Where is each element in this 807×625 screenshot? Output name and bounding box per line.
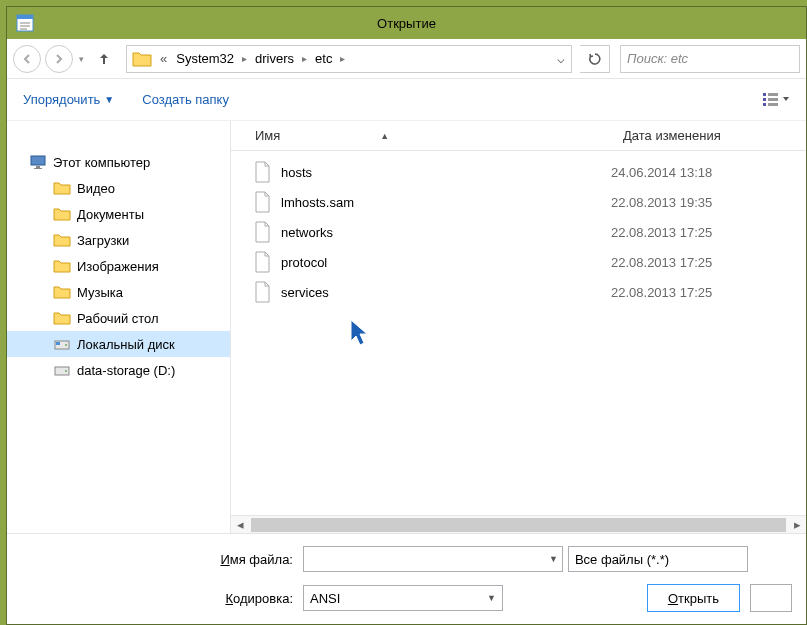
column-headers: Имя ▲ Дата изменения: [231, 121, 806, 151]
toolbar: Упорядочить ▼ Создать папку: [7, 79, 806, 121]
folder-icon: [53, 179, 71, 197]
search-placeholder: Поиск: etc: [627, 51, 688, 66]
computer-icon: [29, 153, 47, 171]
folder-icon: [53, 231, 71, 249]
file-icon: [253, 161, 271, 183]
cancel-button[interactable]: [750, 584, 792, 612]
file-item[interactable]: services 22.08.2013 17:25: [231, 277, 806, 307]
tree-desktop[interactable]: Рабочий стол: [7, 305, 230, 331]
svg-point-16: [65, 344, 67, 346]
breadcrumb: « System32 ▸ drivers ▸ etc ▸: [157, 47, 551, 70]
encoding-select[interactable]: ANSI ▼: [303, 585, 503, 611]
body: Этот компьютер Видео Документы Загрузки …: [7, 121, 806, 533]
window-title: Открытие: [377, 16, 436, 31]
file-list-pane: Имя ▲ Дата изменения hosts 24.06.2014 13…: [231, 121, 806, 533]
file-item[interactable]: lmhosts.sam 22.08.2013 19:35: [231, 187, 806, 217]
scroll-thumb[interactable]: [251, 518, 786, 532]
file-icon: [253, 281, 271, 303]
navigation-bar: ▾ « System32 ▸ drivers ▸ etc ▸ ⌵ Поиск: …: [7, 39, 806, 79]
chevron-down-icon: ▼: [104, 94, 114, 105]
chevron-right-icon[interactable]: ▸: [300, 53, 309, 64]
folder-icon: [53, 205, 71, 223]
details-view-icon: [762, 91, 790, 109]
file-icon: [253, 221, 271, 243]
address-bar[interactable]: « System32 ▸ drivers ▸ etc ▸ ⌵: [126, 45, 572, 73]
horizontal-scrollbar[interactable]: ◂ ▸: [231, 515, 806, 533]
up-button[interactable]: [90, 45, 118, 73]
svg-rect-11: [31, 156, 45, 165]
column-header-date[interactable]: Дата изменения: [611, 128, 806, 143]
folder-icon: [53, 309, 71, 327]
tree-downloads[interactable]: Загрузки: [7, 227, 230, 253]
forward-button[interactable]: [45, 45, 73, 73]
refresh-icon: [588, 52, 602, 66]
column-header-name[interactable]: Имя ▲: [231, 128, 611, 143]
svg-rect-1: [17, 15, 33, 19]
tree-this-pc[interactable]: Этот компьютер: [7, 149, 230, 175]
chevron-right-icon[interactable]: ▸: [338, 53, 347, 64]
breadcrumb-item[interactable]: etc: [309, 47, 338, 70]
new-folder-button[interactable]: Создать папку: [142, 92, 229, 107]
file-item[interactable]: hosts 24.06.2014 13:18: [231, 157, 806, 187]
file-item[interactable]: networks 22.08.2013 17:25: [231, 217, 806, 247]
arrow-up-icon: [96, 51, 112, 67]
search-input[interactable]: Поиск: etc: [620, 45, 800, 73]
arrow-right-icon: [53, 53, 65, 65]
scroll-left-icon[interactable]: ◂: [231, 517, 249, 532]
svg-rect-12: [36, 166, 40, 168]
tree-local-disk[interactable]: Локальный диск: [7, 331, 230, 357]
drive-icon: [53, 335, 71, 353]
sort-ascending-icon: ▲: [380, 131, 389, 141]
address-dropdown[interactable]: ⌵: [551, 51, 571, 66]
folder-icon: [131, 48, 153, 70]
svg-rect-15: [56, 342, 60, 345]
file-type-filter[interactable]: Все файлы (*.*): [568, 546, 748, 572]
svg-rect-9: [763, 103, 766, 106]
drive-icon: [53, 361, 71, 379]
file-item[interactable]: protocol 22.08.2013 17:25: [231, 247, 806, 277]
svg-rect-5: [763, 93, 766, 96]
tree-videos[interactable]: Видео: [7, 175, 230, 201]
tree-data-storage[interactable]: data-storage (D:): [7, 357, 230, 383]
tree-documents[interactable]: Документы: [7, 201, 230, 227]
chevron-down-icon: ▼: [487, 593, 496, 603]
open-button[interactable]: Открыть: [647, 584, 740, 612]
chevron-right-icon[interactable]: ▸: [240, 53, 249, 64]
breadcrumb-overflow[interactable]: «: [157, 51, 170, 66]
file-icon: [253, 191, 271, 213]
navigation-pane: Этот компьютер Видео Документы Загрузки …: [7, 121, 231, 533]
svg-rect-13: [34, 168, 42, 169]
filename-input[interactable]: [303, 546, 563, 572]
scroll-right-icon[interactable]: ▸: [788, 517, 806, 532]
encoding-label: Кодировка:: [21, 591, 293, 606]
svg-rect-6: [768, 93, 778, 96]
arrow-left-icon: [21, 53, 33, 65]
open-dialog-window: Открытие ▾ « System32 ▸ drivers ▸ etc ▸: [6, 6, 807, 625]
folder-icon: [53, 283, 71, 301]
svg-rect-10: [768, 103, 778, 106]
svg-rect-8: [768, 98, 778, 101]
nav-history-dropdown[interactable]: ▾: [77, 54, 86, 64]
breadcrumb-item[interactable]: drivers: [249, 47, 300, 70]
back-button[interactable]: [13, 45, 41, 73]
organize-button[interactable]: Упорядочить ▼: [23, 92, 114, 107]
notepad-icon: [15, 13, 35, 33]
bottom-panel: Имя файла: ▼ Все файлы (*.*) Кодировка: …: [7, 533, 806, 624]
view-options-button[interactable]: [762, 91, 790, 109]
filename-label: Имя файла:: [21, 552, 293, 567]
file-list: hosts 24.06.2014 13:18 lmhosts.sam 22.08…: [231, 151, 806, 515]
breadcrumb-item[interactable]: System32: [170, 47, 240, 70]
titlebar[interactable]: Открытие: [7, 7, 806, 39]
svg-rect-7: [763, 98, 766, 101]
folder-icon: [53, 257, 71, 275]
tree-music[interactable]: Музыка: [7, 279, 230, 305]
refresh-button[interactable]: [580, 45, 610, 73]
tree-pictures[interactable]: Изображения: [7, 253, 230, 279]
file-icon: [253, 251, 271, 273]
svg-point-18: [65, 370, 67, 372]
